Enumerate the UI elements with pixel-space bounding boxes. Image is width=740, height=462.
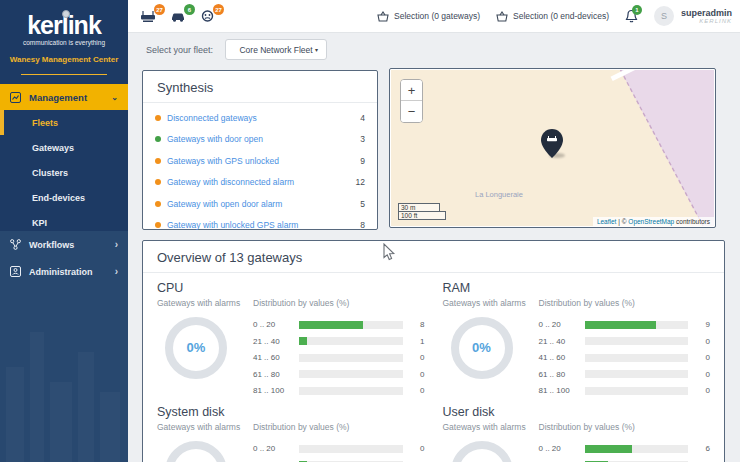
range-count: 0 xyxy=(694,353,710,362)
synthesis-link[interactable]: Gateways with GPS unlocked xyxy=(167,156,279,166)
map-panel: + − La Longueraie 30 m 100 ft Leaflet | … xyxy=(389,68,716,228)
range-count: 8 xyxy=(409,320,425,329)
leaflet-link[interactable]: Leaflet xyxy=(597,218,617,225)
scale-metric: 30 m xyxy=(398,203,440,211)
notifications-button[interactable]: 1 xyxy=(625,9,638,23)
alarms-label: Gateways with alarms xyxy=(157,298,253,309)
range-label: 61 .. 80 xyxy=(539,370,585,379)
zoom-out-button[interactable]: − xyxy=(401,101,422,122)
sidebar-divider xyxy=(21,74,107,75)
openstreetmap-link[interactable]: OpenStreetMap xyxy=(628,218,674,225)
synthesis-row-disconnected-gateways[interactable]: Disconnected gateways 4 xyxy=(155,107,365,129)
distribution-row: 81 .. 100 0 xyxy=(539,383,711,400)
sidebar-item-fleets[interactable]: Fleets xyxy=(0,110,128,135)
bar-track xyxy=(299,321,403,329)
bar-fill xyxy=(585,445,633,453)
map-scale-control: 30 m 100 ft xyxy=(398,203,446,220)
cpu-alarms-donut: 0% xyxy=(165,317,227,379)
synthesis-link[interactable]: Gateway with unlocked GPS alarm xyxy=(167,220,298,230)
synthesis-link[interactable]: Gateway with open door alarm xyxy=(167,199,282,209)
admin-icon xyxy=(10,266,21,277)
synthesis-row-disconnected-alarm[interactable]: Gateway with disconnected alarm 12 xyxy=(155,172,365,194)
basket-icon xyxy=(377,11,389,22)
sidebar-item-gateways[interactable]: Gateways xyxy=(0,135,128,160)
range-count: 0 xyxy=(409,444,425,453)
chart-icon xyxy=(10,92,21,103)
sidebar-item-management[interactable]: Management ⌄ xyxy=(0,84,128,110)
zoom-in-button[interactable]: + xyxy=(401,80,422,101)
map-attribution: Leaflet | © OpenStreetMap contributors xyxy=(593,217,714,226)
range-label: 0 .. 20 xyxy=(253,320,299,329)
gateway-selection-button[interactable]: 27 xyxy=(140,9,156,23)
cpu-section: CPU Gateways with alarms 0% Distribution… xyxy=(157,281,425,399)
sidebar-item-label: Workflows xyxy=(29,240,74,250)
distribution-row: 0 .. 20 6 xyxy=(539,441,711,458)
range-label: 61 .. 80 xyxy=(253,370,299,379)
distribution-row: 0 .. 20 8 xyxy=(253,317,425,334)
fleet-selector-row: Select your fleet: Core Network Fleet ▾ xyxy=(146,39,327,60)
range-label: 81 .. 100 xyxy=(253,386,299,395)
bar-track xyxy=(299,337,403,345)
selection-gateways-label: Selection (0 gateways) xyxy=(394,11,480,21)
user-org: KERLINK xyxy=(681,18,732,24)
alarm-selection-button[interactable]: 27 xyxy=(200,9,215,23)
globe-icon xyxy=(62,10,70,18)
sidebar-item-clusters[interactable]: Clusters xyxy=(0,160,128,185)
synthesis-row-open-door-alarm[interactable]: Gateway with open door alarm 5 xyxy=(155,193,365,215)
sidebar-item-label: Fleets xyxy=(32,118,58,128)
sidebar-item-end-devices[interactable]: End-devices xyxy=(0,185,128,210)
topbar: 27 6 27 Selection (0 gateways) Selection… xyxy=(128,0,740,33)
synthesis-link[interactable]: Gateway with disconnected alarm xyxy=(167,177,294,187)
distribution-row: 41 .. 60 0 xyxy=(539,350,711,367)
ram-section: RAM Gateways with alarms 0% Distribution… xyxy=(443,281,711,399)
sidebar-item-label: Clusters xyxy=(32,168,68,178)
selection-gateways-button[interactable]: Selection (0 gateways) xyxy=(377,11,480,22)
synthesis-row-gps-unlocked[interactable]: Gateways with GPS unlocked 9 xyxy=(155,150,365,172)
chevron-right-icon: › xyxy=(115,266,118,277)
basket-icon xyxy=(496,11,508,22)
bar-track xyxy=(299,387,403,395)
distribution-label: Distribution by values (%) xyxy=(539,422,711,433)
synthesis-count: 3 xyxy=(360,134,365,144)
bar-track xyxy=(585,370,689,378)
map-marker-icon[interactable] xyxy=(541,129,563,158)
bar-track xyxy=(585,354,689,362)
synthesis-row-unlocked-gps-alarm[interactable]: Gateway with unlocked GPS alarm 8 xyxy=(155,215,365,237)
overview-panel: Overview of 13 gateways CPU Gateways wit… xyxy=(142,240,725,462)
synthesis-count: 8 xyxy=(360,220,365,230)
sidebar-item-administration[interactable]: Administration › xyxy=(0,258,128,285)
synthesis-count: 9 xyxy=(360,156,365,166)
bar-track xyxy=(299,354,403,362)
range-count: 1 xyxy=(409,337,425,346)
sidebar-lower-section: Workflows › Administration › xyxy=(0,231,128,462)
fleet-select-dropdown[interactable]: Core Network Fleet ▾ xyxy=(225,39,327,60)
status-dot xyxy=(155,158,161,164)
vehicle-selection-button[interactable]: 6 xyxy=(170,9,186,23)
sidebar-item-label: Gateways xyxy=(32,143,74,153)
synthesis-row-door-open[interactable]: Gateways with door open 3 xyxy=(155,129,365,151)
synthesis-link[interactable]: Gateways with door open xyxy=(167,134,263,144)
user-disk-section-title: User disk xyxy=(443,405,711,419)
sidebar: kerlink communication is everything Wane… xyxy=(0,0,128,462)
distribution-row: 21 .. 40 xyxy=(539,457,711,462)
status-dot xyxy=(155,201,161,207)
selection-end-devices-label: Selection (0 end-devices) xyxy=(513,11,609,21)
selection-end-devices-button[interactable]: Selection (0 end-devices) xyxy=(496,11,609,22)
fleet-selector-label: Select your fleet: xyxy=(146,45,213,55)
synthesis-link[interactable]: Disconnected gateways xyxy=(167,113,257,123)
range-label: 21 .. 40 xyxy=(253,337,299,346)
map-place-label: La Longueraie xyxy=(475,190,523,199)
sidebar-item-workflows[interactable]: Workflows › xyxy=(0,231,128,258)
kerlink-logo: kerlink communication is everything Wane… xyxy=(0,0,128,75)
synthesis-panel: Synthesis Disconnected gateways 4 Gatewa… xyxy=(142,70,378,230)
workflow-icon xyxy=(10,239,21,250)
range-label: 0 .. 20 xyxy=(539,320,585,329)
notification-badge: 1 xyxy=(632,5,642,15)
alarms-label: Gateways with alarms xyxy=(443,298,539,309)
alarm-badge: 27 xyxy=(213,4,224,15)
map[interactable]: + − La Longueraie 30 m 100 ft Leaflet | … xyxy=(391,70,714,226)
user-menu[interactable]: S superadmin KERLINK xyxy=(654,6,732,26)
range-count: 0 xyxy=(409,386,425,395)
scale-imperial: 100 ft xyxy=(398,211,446,220)
ram-section-title: RAM xyxy=(443,281,711,295)
